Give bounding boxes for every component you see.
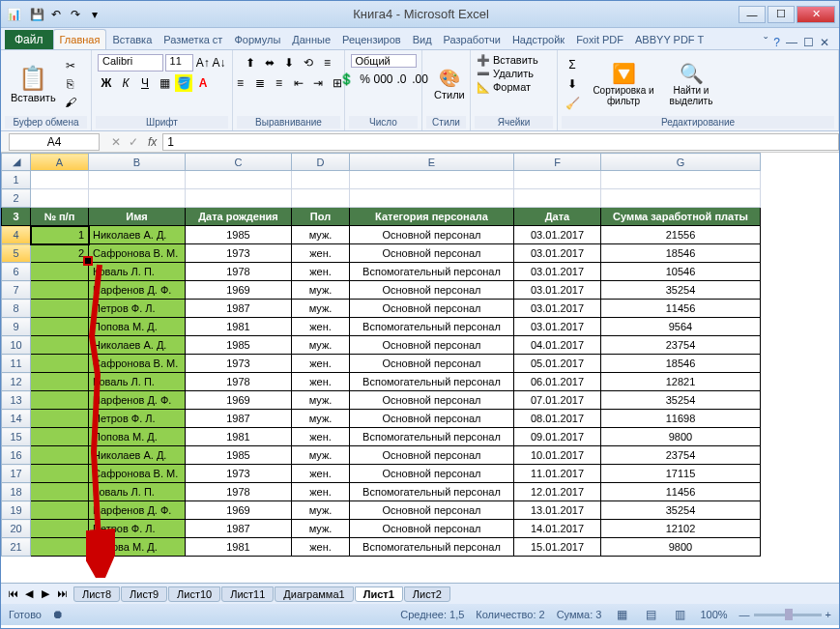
- increase-indent-icon[interactable]: ⇥: [309, 74, 327, 92]
- cell-sum[interactable]: 9800: [601, 538, 761, 557]
- row-header-19[interactable]: 19: [2, 501, 31, 520]
- cell-born[interactable]: 1978: [186, 483, 292, 501]
- cell-sum[interactable]: 12102: [601, 520, 761, 538]
- tab-first-icon[interactable]: ⏮: [5, 587, 20, 600]
- cell-sum[interactable]: 35254: [601, 501, 761, 520]
- cell-number[interactable]: [31, 263, 89, 281]
- cell-name[interactable]: Сафронова В. М.: [89, 355, 186, 373]
- row-header-9[interactable]: 9: [2, 318, 31, 336]
- col-header-G[interactable]: G: [601, 154, 761, 171]
- cell-name[interactable]: Сафронова В. М.: [89, 465, 186, 483]
- cell-date[interactable]: 03.01.2017: [514, 281, 601, 300]
- cell-sum[interactable]: 21556: [601, 226, 761, 244]
- macro-record-icon[interactable]: ⏺: [49, 606, 67, 623]
- cell-name[interactable]: Коваль Л. П.: [89, 483, 186, 501]
- cell-born[interactable]: 1985: [186, 226, 292, 244]
- cell-category[interactable]: Основной персонал: [350, 300, 514, 318]
- fill-color-icon[interactable]: 🪣: [175, 74, 192, 92]
- cell-sex[interactable]: муж.: [292, 446, 350, 465]
- cell-name[interactable]: Попова М. Д.: [89, 428, 186, 446]
- clear-icon[interactable]: 🧹: [564, 95, 581, 112]
- wrap-icon[interactable]: ≡: [319, 54, 336, 71]
- cancel-formula-icon[interactable]: ✕: [107, 135, 125, 149]
- align-right-icon[interactable]: ≡: [271, 74, 288, 92]
- align-center-icon[interactable]: ≣: [251, 74, 269, 92]
- cell-born[interactable]: 1985: [186, 446, 292, 465]
- row-header-17[interactable]: 17: [2, 465, 31, 483]
- fill-icon[interactable]: ⬇: [564, 75, 581, 93]
- cell-born[interactable]: 1985: [186, 336, 292, 355]
- row-header-14[interactable]: 14: [2, 410, 31, 428]
- cell-number[interactable]: [31, 318, 89, 336]
- cell-born[interactable]: 1987: [186, 520, 292, 538]
- cell-date[interactable]: 11.01.2017: [514, 465, 601, 483]
- tab-вид[interactable]: Вид: [407, 30, 438, 49]
- find-select-button[interactable]: 🔍 Найти и выделить: [660, 60, 722, 108]
- cell-born[interactable]: 1978: [186, 263, 292, 281]
- cell-category[interactable]: Основной персонал: [350, 336, 514, 355]
- cell-number[interactable]: [31, 373, 89, 391]
- cell[interactable]: [350, 171, 514, 189]
- row-header-3[interactable]: 3: [2, 208, 31, 226]
- cell-number[interactable]: [31, 410, 89, 428]
- cell-born[interactable]: 1969: [186, 501, 292, 520]
- cell-sex[interactable]: муж.: [292, 501, 350, 520]
- cell-number[interactable]: [31, 428, 89, 446]
- doc-minimize-icon[interactable]: —: [786, 36, 797, 49]
- cell-date[interactable]: 14.01.2017: [514, 520, 601, 538]
- cell-category[interactable]: Основной персонал: [350, 244, 514, 263]
- cell[interactable]: [350, 189, 514, 208]
- col-header-C[interactable]: C: [186, 154, 292, 171]
- cell-category[interactable]: Вспомогательный персонал: [350, 538, 514, 557]
- page-break-icon[interactable]: ▥: [671, 606, 688, 623]
- cell-sex[interactable]: жен.: [292, 263, 350, 281]
- row-header-5[interactable]: 5: [2, 244, 31, 263]
- table-header[interactable]: Имя: [89, 208, 186, 226]
- zoom-slider[interactable]: [754, 614, 822, 616]
- format-painter-icon[interactable]: 🖌: [62, 94, 79, 111]
- cell-number[interactable]: [31, 483, 89, 501]
- normal-view-icon[interactable]: ▦: [613, 606, 630, 623]
- cell-name[interactable]: Парфенов Д. Ф.: [89, 501, 186, 520]
- cell-name[interactable]: Коваль Л. П.: [89, 263, 186, 281]
- cell-name[interactable]: Николаев А. Д.: [89, 226, 186, 244]
- minimize-ribbon-icon[interactable]: ˇ: [764, 36, 768, 49]
- cell[interactable]: [292, 171, 350, 189]
- increase-decimal-icon[interactable]: .0: [393, 71, 411, 88]
- cell-sum[interactable]: 11456: [601, 483, 761, 501]
- cell-category[interactable]: Основной персонал: [350, 410, 514, 428]
- cell-date[interactable]: 07.01.2017: [514, 391, 601, 410]
- cell-date[interactable]: 04.01.2017: [514, 336, 601, 355]
- col-header-F[interactable]: F: [514, 154, 601, 171]
- cell-born[interactable]: 1981: [186, 318, 292, 336]
- tab-данные[interactable]: Данные: [286, 30, 336, 49]
- row-header-1[interactable]: 1: [2, 171, 31, 189]
- cell-sum[interactable]: 11456: [601, 300, 761, 318]
- cell-number[interactable]: [31, 465, 89, 483]
- cell-number[interactable]: 1: [31, 226, 89, 244]
- sheet-tab-Лист8[interactable]: Лист8: [73, 586, 120, 602]
- cell-date[interactable]: 12.01.2017: [514, 483, 601, 501]
- cell[interactable]: [89, 171, 186, 189]
- cell-sex[interactable]: жен.: [292, 244, 350, 263]
- table-header[interactable]: № п/п: [31, 208, 89, 226]
- underline-icon[interactable]: Ч: [136, 74, 154, 92]
- align-bottom-icon[interactable]: ⬇: [280, 54, 298, 71]
- cell-date[interactable]: 06.01.2017: [514, 373, 601, 391]
- increase-font-icon[interactable]: A↑: [195, 54, 210, 71]
- cell-born[interactable]: 1987: [186, 300, 292, 318]
- cell-number[interactable]: [31, 355, 89, 373]
- cell[interactable]: [601, 189, 761, 208]
- font-color-icon[interactable]: A: [194, 74, 212, 92]
- cell[interactable]: [601, 171, 761, 189]
- cell-born[interactable]: 1973: [186, 244, 292, 263]
- cell-category[interactable]: Вспомогательный персонал: [350, 483, 514, 501]
- cell-category[interactable]: Вспомогательный персонал: [350, 373, 514, 391]
- tab-foxit pdf[interactable]: Foxit PDF: [570, 30, 629, 49]
- cell[interactable]: [186, 189, 292, 208]
- formula-input[interactable]: 1: [162, 133, 839, 151]
- cell-sum[interactable]: 23754: [601, 336, 761, 355]
- autosum-icon[interactable]: Σ: [564, 56, 581, 73]
- cell-category[interactable]: Основной персонал: [350, 226, 514, 244]
- cell-category[interactable]: Основной персонал: [350, 446, 514, 465]
